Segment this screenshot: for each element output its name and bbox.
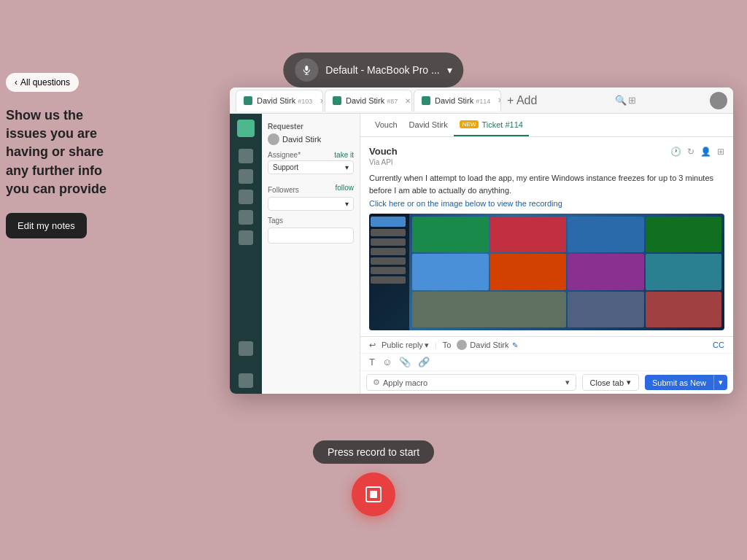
tab-label-3: David Stirk #114	[435, 96, 490, 105]
macro-chevron-icon: ▾	[565, 378, 570, 387]
reply-to-avatar	[457, 340, 467, 350]
apply-macro-button[interactable]: ⚙ Apply macro ▾	[366, 374, 576, 391]
edit-to-icon[interactable]: ✎	[512, 341, 518, 349]
win-app-10	[568, 292, 644, 327]
win-app-4	[646, 217, 722, 252]
close-tab-chevron-icon: ▾	[627, 378, 631, 387]
record-button[interactable]	[352, 472, 395, 516]
sidebar-icon-contacts[interactable]	[239, 190, 253, 204]
conv-refresh-icon: ↻	[687, 147, 694, 157]
assignee-dropdown[interactable]: Support ▾	[268, 160, 354, 174]
win-tile-3	[371, 238, 406, 246]
tab-vouch[interactable]: Vouch	[369, 114, 403, 136]
message-text: Currently when I attempt to load the app…	[369, 172, 724, 196]
requester-avatar	[268, 133, 279, 145]
browser-tab-bar: David Stirk #103 ✕ David Stirk #87 ✕ Dav…	[230, 88, 733, 114]
conv-clock-icon: 🕐	[670, 147, 681, 157]
tab-favicon-3	[422, 96, 430, 105]
submit-group: Submit as New ▾	[645, 375, 727, 390]
format-emoji-icon[interactable]: ☺	[382, 357, 392, 368]
win-tile-5	[371, 257, 406, 265]
requester-row: David Stirk	[268, 133, 354, 145]
separator-1: |	[435, 341, 437, 349]
win-tile-6	[371, 267, 406, 274]
followers-dropdown[interactable]: ▾	[268, 197, 354, 211]
assignee-chevron-icon: ▾	[345, 163, 349, 171]
grid-icon[interactable]: ⊞	[628, 95, 636, 106]
browser-tab-3[interactable]: David Stirk #114 ✕	[414, 90, 501, 112]
record-icon	[365, 486, 382, 502]
sidebar-icon-settings[interactable]	[239, 341, 253, 356]
recording-link[interactable]: Click here or on the image below to view…	[369, 199, 724, 208]
follow-link[interactable]: follow	[335, 184, 354, 192]
zd-main: Vouch David Stirk NEW Ticket #114 Vouch …	[360, 114, 733, 394]
reply-type-label: Public reply	[382, 341, 423, 349]
format-bar: T ☺ 📎 🔗	[360, 354, 733, 371]
win-tile-1	[371, 217, 406, 227]
edit-notes-button[interactable]: Edit my notes	[6, 213, 87, 238]
followers-label: Followers	[268, 186, 299, 194]
format-attach-icon[interactable]: 📎	[399, 357, 411, 368]
format-link-icon[interactable]: 🔗	[418, 357, 430, 368]
tab-label-1: David Stirk #103	[257, 96, 312, 105]
tab-david-stirk[interactable]: David Stirk	[403, 114, 454, 136]
browser-tab-2[interactable]: David Stirk #87 ✕	[325, 90, 412, 112]
win-app-1	[412, 217, 489, 252]
sidebar-icon-reports[interactable]	[239, 210, 253, 225]
sidebar-icon-chart[interactable]	[239, 230, 253, 245]
mic-selector[interactable]: Default - MacBook Pro ... ▾	[283, 52, 463, 88]
macro-icon: ⚙	[373, 378, 380, 387]
submit-dropdown-button[interactable]: ▾	[713, 375, 727, 390]
reply-to-field: David Stirk ✎	[457, 340, 517, 350]
browser-tab-1[interactable]: David Stirk #103 ✕	[236, 90, 323, 112]
tab-ticket-114[interactable]: NEW Ticket #114	[454, 114, 529, 136]
left-panel: ‹ All questions Show us the issues you a…	[0, 73, 117, 238]
win-app-2	[490, 217, 567, 252]
win-app-7	[568, 254, 644, 289]
tags-label: Tags	[268, 217, 354, 225]
reply-area: ↩ Public reply ▾ | To David Stirk ✎ CC	[360, 336, 733, 394]
submit-button[interactable]: Submit as New	[645, 375, 713, 390]
cc-link[interactable]: CC	[713, 341, 724, 349]
conversation-header: Vouch 🕐 ↻ 👤 ⊞	[369, 146, 724, 157]
zendesk-container: Requester David Stirk Assignee* take it …	[230, 114, 733, 394]
conversation-area: Vouch 🕐 ↻ 👤 ⊞ Via API Currently when I a…	[360, 137, 733, 336]
zd-left-panel: Requester David Stirk Assignee* take it …	[262, 114, 360, 394]
reply-to-name: David Stirk	[470, 341, 508, 349]
reply-type-selector[interactable]: Public reply ▾	[382, 341, 429, 350]
add-tab-button[interactable]: + Add	[503, 94, 541, 107]
question-text: Show us the issues you are having or sha…	[6, 106, 112, 198]
zd-sidebar	[230, 114, 262, 394]
format-text-icon[interactable]: T	[369, 357, 375, 368]
browser-window: David Stirk #103 ✕ David Stirk #87 ✕ Dav…	[230, 88, 733, 394]
press-record-label: Press record to start	[313, 440, 434, 464]
win-tile-2	[371, 229, 406, 236]
macro-label: Apply macro	[383, 378, 427, 387]
sidebar-icon-zendesk[interactable]	[239, 373, 253, 388]
screenshot-image	[369, 214, 724, 330]
all-questions-label: All questions	[20, 77, 70, 88]
win-app-11	[646, 292, 722, 327]
conversation-subtitle: Via API	[369, 158, 724, 166]
tab-close-3[interactable]: ✕	[498, 96, 501, 104]
sidebar-icon-list[interactable]	[239, 169, 253, 184]
win-main-area	[409, 214, 724, 330]
close-tab-button[interactable]: Close tab ▾	[582, 374, 639, 391]
bottom-bar: ⚙ Apply macro ▾ Close tab ▾ Submit as Ne…	[360, 371, 733, 394]
tags-input[interactable]	[268, 228, 354, 244]
all-questions-button[interactable]: ‹ All questions	[6, 73, 79, 92]
tab-close-2[interactable]: ✕	[405, 97, 411, 105]
search-icon[interactable]: 🔍	[615, 95, 627, 106]
back-chevron-icon: ‹	[15, 77, 18, 88]
reply-type-chevron-icon: ▾	[425, 341, 429, 350]
svg-rect-0	[305, 66, 308, 71]
win-app-3	[568, 217, 644, 252]
sidebar-icon-home[interactable]	[239, 149, 253, 163]
requester-name: David Stirk	[282, 135, 321, 144]
win-tile-4	[371, 248, 406, 255]
win-app-5	[412, 254, 489, 289]
record-section: Press record to start	[313, 440, 434, 516]
take-it-link[interactable]: take it	[334, 151, 354, 159]
tab-favicon-1	[244, 96, 252, 105]
tab-close-1[interactable]: ✕	[320, 97, 323, 105]
